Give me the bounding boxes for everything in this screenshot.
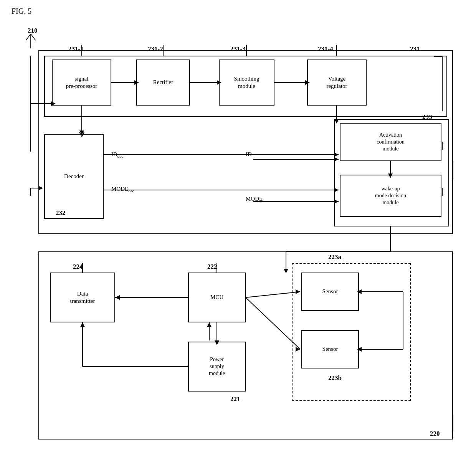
modedec-label: MODEdec [111,186,134,193]
smoothing-label: Smoothing module [234,75,259,90]
power-supply-box: Power supply module [188,342,246,392]
label-222: 222 [207,263,217,271]
label-223b: 223b [328,374,342,382]
label-232: 232 [56,209,66,217]
data-transmitter-label: Data transmitter [70,290,95,305]
wakeup-label: wake-up mode decision module [375,185,406,207]
mcu-label: MCU [210,294,223,301]
svg-line-2 [31,34,36,40]
label-223a: 223a [328,253,341,261]
rectifier-box: Rectifier [136,59,190,106]
label-233: 233 [422,113,432,121]
sensor2-box: Sensor [301,330,359,368]
sensor1-box: Sensor [301,273,359,311]
mode-label: MODE [246,196,263,202]
wakeup-box: wake-up mode decision module [340,175,441,217]
iddec-label: IDdec [111,151,123,159]
signal-preprocessor-box: signal pre-processor [52,59,111,106]
label-224: 224 [73,263,83,271]
power-supply-label: Power supply module [209,356,225,377]
label-210: 210 [28,27,38,35]
activation-box: Activation confirmation module [340,123,441,161]
figure-label: FIG. 5 [12,7,31,16]
rectifier-label: Rectifier [153,79,173,86]
svg-line-1 [26,34,31,40]
signal-preprocessor-label: signal pre-processor [66,75,98,90]
label-220: 220 [430,430,440,438]
sensor1-label: Sensor [322,288,338,296]
mcu-box: MCU [188,273,246,322]
decoder-box: Decoder [44,134,104,219]
id-label: ID [246,151,252,158]
activation-label: Activation confirmation module [377,132,404,153]
decoder-label: Decoder [64,173,84,180]
voltage-label: Voltage regulator [326,75,347,90]
data-transmitter-box: Data transmitter [50,273,115,322]
smoothing-box: Smoothing module [219,59,274,106]
voltage-box: Voltage regulator [307,59,367,106]
sensor2-label: Sensor [322,345,338,353]
label-221: 221 [230,395,240,403]
